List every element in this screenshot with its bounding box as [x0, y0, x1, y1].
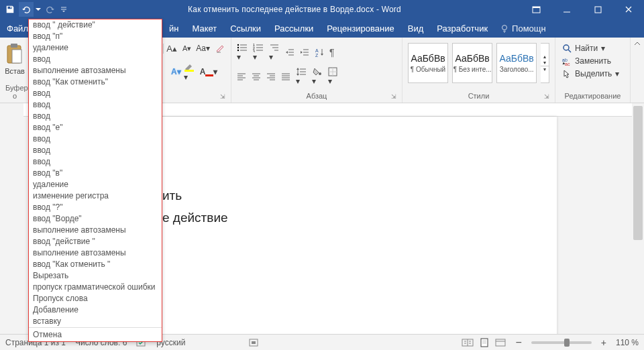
tab-layout[interactable]: Макет [185, 19, 223, 38]
read-mode-icon[interactable] [462, 338, 474, 347]
styles-scroll-down[interactable]: ▾ [541, 60, 549, 66]
align-center[interactable] [252, 72, 261, 80]
bullets-icon[interactable]: ▾ [237, 43, 248, 62]
undo-history-item[interactable]: ввод "п" [29, 31, 162, 42]
minimize-button[interactable] [551, 0, 582, 19]
vertical-scrollbar[interactable] [632, 103, 644, 334]
maximize-button[interactable] [582, 0, 613, 19]
undo-history-item[interactable]: ввод " действие" [29, 19, 162, 31]
styles-scroll-up[interactable]: ▴ [541, 54, 549, 60]
zoom-knob[interactable] [564, 339, 570, 347]
undo-history-item[interactable]: изменение регистра [29, 190, 162, 202]
undo-history-item[interactable]: ввод [29, 156, 162, 168]
text-effects[interactable]: A▾ [171, 67, 181, 76]
zoom-slider[interactable] [531, 341, 592, 344]
svg-rect-2 [595, 7, 601, 13]
shrink-font[interactable]: A▾ [182, 44, 191, 53]
undo-history-item[interactable]: ввод [29, 99, 162, 111]
macro-icon[interactable] [248, 338, 259, 347]
undo-history-item[interactable]: ввод [29, 111, 162, 122]
tab-design-tail[interactable]: йн [169, 19, 185, 38]
borders-icon[interactable]: ▾ [328, 67, 337, 86]
zoom-level[interactable]: 110 % [616, 338, 639, 347]
undo-history-item[interactable]: выполнение автозамены [29, 65, 162, 76]
undo-history-item[interactable]: ввод "Ворде" [29, 213, 162, 225]
tab-review[interactable]: Рецензирование [320, 19, 400, 38]
styles-dialog[interactable]: ⇲ [544, 93, 549, 100]
undo-history-item[interactable]: ввод [29, 88, 162, 99]
undo-history-item[interactable]: ввод "Как отменить " [29, 259, 162, 270]
grow-font[interactable]: A▴ [163, 44, 180, 54]
justify[interactable] [281, 72, 290, 80]
style-heading1[interactable]: АаБбВвЗаголово... [496, 43, 537, 83]
undo-history-item[interactable]: Добавление [29, 304, 162, 316]
pilcrow-icon[interactable]: ¶ [329, 47, 335, 58]
undo-dropdown[interactable] [35, 2, 42, 17]
svg-point-16 [319, 72, 321, 75]
line-spacing[interactable]: ▾ [296, 67, 307, 86]
tab-view[interactable]: Вид [401, 19, 431, 38]
doc-text-2: е действие [162, 211, 228, 225]
undo-history-item[interactable]: ввод "действие " [29, 236, 162, 247]
undo-history-item[interactable]: ввод "в" [29, 168, 162, 179]
undo-history-item[interactable]: ввод "Как отменить" [29, 76, 162, 88]
highlight-icon[interactable]: ▾ [184, 62, 197, 82]
save-button[interactable] [3, 2, 17, 17]
tell-me[interactable]: Помощн [500, 23, 546, 34]
undo-button[interactable] [19, 2, 34, 17]
style-no-spacing[interactable]: АаБбВв¶ Без инте... [452, 43, 492, 83]
undo-history-item[interactable]: удаление [29, 42, 162, 54]
undo-history-item[interactable]: ввод [29, 145, 162, 156]
font-dialog[interactable]: ⇲ [220, 93, 225, 100]
undo-history-item[interactable]: ввод "е" [29, 122, 162, 133]
svg-rect-23 [252, 341, 256, 344]
change-case[interactable]: Aa▾ [194, 44, 212, 53]
scroll-thumb[interactable] [633, 106, 643, 240]
undo-cancel[interactable]: Отмена [29, 327, 162, 341]
sort-icon[interactable]: AZ [315, 48, 324, 57]
tab-developer[interactable]: Разработчик [430, 19, 494, 38]
numbering-icon[interactable]: 123▾ [253, 43, 264, 62]
paragraph-dialog[interactable]: ⇲ [391, 93, 396, 100]
tab-mailings[interactable]: Рассылки [268, 19, 320, 38]
print-layout-icon[interactable] [479, 338, 490, 347]
undo-history-item[interactable]: выполнение автозамены [29, 225, 162, 236]
undo-history-item[interactable]: выполнение автозамены [29, 247, 162, 259]
undo-history-item[interactable]: ввод "?" [29, 202, 162, 213]
multilevel-icon[interactable]: ▾ [269, 43, 280, 62]
close-button[interactable] [613, 0, 644, 19]
font-color[interactable]: A▾ [200, 67, 218, 76]
undo-history-item[interactable]: Пропуск слова [29, 293, 162, 304]
decrease-indent[interactable] [285, 48, 294, 57]
undo-history-item[interactable]: Вырезать [29, 270, 162, 282]
tab-references[interactable]: Ссылки [223, 19, 268, 38]
paste-icon[interactable] [5, 43, 25, 66]
undo-history-item[interactable]: ввод [29, 133, 162, 145]
paste-label[interactable]: Встав [5, 67, 25, 75]
align-right[interactable] [266, 72, 276, 80]
document-page[interactable]: ить е действие [114, 117, 557, 338]
undo-history-item[interactable]: удаление [29, 179, 162, 190]
web-layout-icon[interactable] [495, 338, 506, 347]
svg-text:A: A [315, 48, 319, 53]
increase-indent[interactable] [300, 48, 309, 57]
styles-expand[interactable]: ▾ [541, 66, 549, 72]
find-button[interactable]: Найти ▾ [561, 43, 606, 54]
collapse-ribbon[interactable] [631, 38, 644, 103]
titlebar: Как отменить последнее действие в Ворде.… [0, 0, 644, 19]
qat-customize[interactable] [59, 2, 68, 17]
zoom-out[interactable]: − [515, 337, 521, 349]
undo-history-item[interactable]: пропуск грамматической ошибки [29, 282, 162, 293]
align-left[interactable] [237, 72, 246, 80]
select-button[interactable]: Выделить ▾ [561, 68, 621, 79]
redo-button[interactable] [43, 2, 58, 17]
svg-text:3: 3 [253, 50, 255, 52]
replace-button[interactable]: abacЗаменить [561, 56, 612, 66]
undo-history-item[interactable]: ввод [29, 54, 162, 65]
clear-format-icon[interactable] [215, 43, 225, 54]
ribbon-display-options[interactable] [521, 0, 551, 19]
zoom-in[interactable]: + [601, 337, 606, 348]
style-normal[interactable]: АаБбВв¶ Обычный [408, 43, 448, 83]
undo-history-item[interactable]: вставку [29, 316, 162, 327]
shading[interactable]: ▾ [312, 67, 323, 86]
